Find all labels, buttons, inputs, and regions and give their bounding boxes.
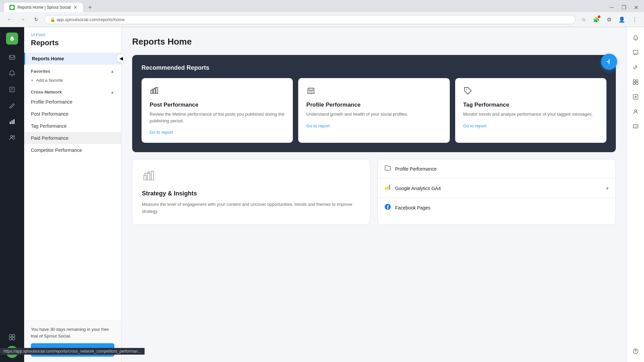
report-cards-grid: Post Performance Review the lifetime per… (142, 78, 606, 143)
right-help-icon[interactable] (629, 345, 642, 358)
maximize-button[interactable]: ❐ (620, 3, 628, 11)
svg-rect-25 (633, 80, 635, 82)
favorites-section: Favorites ▲ (24, 65, 121, 75)
sidebar-header: UI Feed Reports (24, 27, 121, 50)
menu-icon[interactable]: ⋮ (629, 14, 640, 25)
svg-rect-28 (636, 82, 638, 84)
linked-report-profile-performance[interactable]: Profile Performance (378, 159, 615, 179)
tag-performance-title: Tag Performance (463, 102, 598, 108)
linked-report-google-analytics[interactable]: Google Analytics GA4 + (378, 179, 615, 198)
sidebar-nav: Reports Home Favorites ▲ + Add a favorit… (24, 50, 121, 320)
url-tooltip: https://app.sproutsocial.com/reports/cro… (0, 348, 145, 355)
rail-people-icon[interactable] (5, 130, 19, 145)
profile-performance-linked-label: Profile Performance (395, 166, 609, 172)
close-tab-button[interactable]: ✕ (73, 5, 77, 10)
rail-compose-icon[interactable] (5, 98, 19, 113)
right-keyboard-icon[interactable] (629, 120, 642, 133)
profile-performance-icon (306, 86, 441, 98)
strategy-card: Strategy & Insights Measure the level of… (132, 159, 371, 225)
strategy-title: Strategy & Insights (142, 190, 361, 197)
fab-button[interactable] (601, 54, 617, 70)
add-icon: + (31, 78, 34, 83)
rail-social-icon[interactable] (5, 330, 19, 345)
svg-rect-22 (389, 185, 390, 190)
reload-button[interactable]: ↻ (31, 14, 42, 25)
right-bell-icon[interactable] (629, 31, 642, 45)
svg-point-33 (635, 353, 636, 353)
rail-analytics-icon[interactable] (5, 114, 19, 129)
add-favorite-button[interactable]: + Add a favorite (24, 75, 121, 85)
right-link-icon[interactable] (629, 61, 642, 74)
back-button[interactable]: ← (4, 14, 15, 25)
cross-network-title: Cross-Network (31, 89, 62, 95)
profile-icon[interactable]: 👤 (616, 14, 627, 25)
forward-button[interactable]: → (17, 14, 28, 25)
trial-message: You have 30 days remaining in your free … (31, 326, 114, 339)
sidebar-collapse-button[interactable]: ◀ (116, 54, 126, 63)
cross-network-collapse-icon: ▲ (110, 90, 114, 95)
svg-rect-24 (633, 50, 638, 54)
nav-item-reports-home[interactable]: Reports Home (24, 53, 121, 65)
sidebar-breadcrumb[interactable]: UI Feed (31, 33, 114, 37)
svg-rect-31 (633, 125, 638, 128)
svg-rect-21 (387, 186, 388, 190)
tag-performance-link[interactable]: Go to report (463, 123, 486, 128)
toolbar-actions: ☆ 🧩 ⚙ 👤 ⋮ (578, 14, 640, 25)
svg-rect-3 (10, 122, 11, 124)
sidebar-footer: You have 30 days remaining in your free … (24, 320, 121, 362)
tab-favicon (9, 5, 15, 10)
minimize-button[interactable]: ─ (608, 3, 616, 11)
extensions-icon[interactable]: 🧩 (591, 14, 602, 25)
sprout-logo[interactable] (5, 31, 19, 46)
browser-chrome: Reports Home | Sprout Social ✕ + ─ ❐ ✕ ←… (0, 0, 644, 27)
nav-item-post-performance[interactable]: Post Performance (24, 108, 121, 120)
linked-reports-panel: Profile Performance Google Analytics GA4… (377, 159, 616, 225)
post-performance-link[interactable]: Go to report (150, 130, 173, 135)
facebook-pages-label: Facebook Pages (395, 205, 609, 210)
post-performance-desc: Review the lifetime performance of the p… (150, 111, 285, 124)
favorites-header[interactable]: Favorites ▲ (31, 69, 114, 74)
bottom-section: Strategy & Insights Measure the level of… (132, 159, 616, 225)
google-analytics-label: Google Analytics GA4 (395, 186, 602, 191)
svg-rect-4 (12, 120, 13, 124)
rail-notifications-icon[interactable] (5, 66, 19, 81)
favorites-collapse-icon: ▲ (110, 69, 114, 74)
rail-inbox-icon[interactable] (5, 50, 19, 65)
right-grid-icon[interactable] (629, 75, 642, 89)
svg-rect-2 (10, 87, 14, 92)
rail-tasks-icon[interactable] (5, 82, 19, 97)
bookmark-star-icon[interactable]: ☆ (578, 14, 589, 25)
profile-performance-card[interactable]: Profile Performance Understand growth an… (298, 78, 449, 143)
address-bar[interactable]: 🔒 app.sproutsocial.com/reports/home (44, 15, 576, 24)
profile-performance-title: Profile Performance (306, 102, 441, 108)
tag-performance-card[interactable]: Tag Performance Monitor trends and analy… (455, 78, 606, 143)
strategy-desc: Measure the level of engagement with you… (142, 201, 361, 215)
nav-item-profile-performance[interactable]: Profile Performance (24, 96, 121, 108)
right-comment-icon[interactable] (629, 46, 642, 59)
favorites-title: Favorites (31, 69, 50, 74)
close-window-button[interactable]: ✕ (632, 3, 640, 11)
browser-tab[interactable]: Reports Home | Sprout Social ✕ (4, 3, 83, 12)
nav-item-paid-performance[interactable]: Paid Performance (24, 132, 121, 144)
cross-network-section: Cross-Network ▲ (24, 85, 121, 96)
post-performance-card[interactable]: Post Performance Review the lifetime per… (142, 78, 293, 143)
post-performance-title: Post Performance (150, 102, 285, 108)
new-tab-button[interactable]: + (86, 3, 95, 12)
svg-point-6 (10, 135, 12, 137)
cross-network-header[interactable]: Cross-Network ▲ (31, 89, 114, 95)
nav-item-tag-performance[interactable]: Tag Performance (24, 120, 121, 132)
linked-report-facebook-pages[interactable]: Facebook Pages (378, 198, 615, 217)
right-add-icon[interactable] (629, 90, 642, 104)
google-analytics-add-icon[interactable]: + (606, 185, 609, 191)
right-user-icon[interactable] (629, 105, 642, 118)
profile-performance-desc: Understand growth and health of your soc… (306, 111, 441, 118)
nav-item-competitor-performance[interactable]: Competitor Performance (24, 144, 121, 156)
svg-rect-20 (385, 187, 386, 190)
profile-performance-link[interactable]: Go to report (306, 123, 329, 128)
recommended-reports-section: Recommended Reports Post Performance Rev… (132, 55, 616, 152)
window-controls: ─ ❐ ✕ (608, 3, 640, 11)
right-panel (627, 27, 644, 362)
svg-point-0 (10, 6, 14, 9)
puzzle-icon[interactable]: ⚙ (604, 14, 614, 25)
svg-rect-27 (633, 82, 635, 84)
